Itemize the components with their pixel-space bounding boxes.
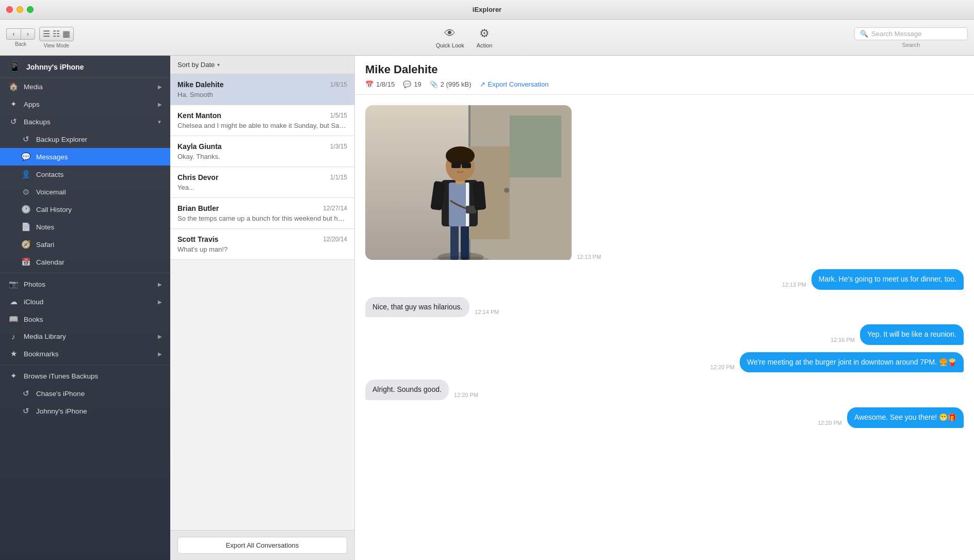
conv-header: Kent Manton 1/5/15 [177, 111, 347, 120]
conversation-item-scott-travis[interactable]: Scott Travis 12/20/14 What's up man!? [170, 229, 354, 260]
call-history-icon: 🕐 [21, 205, 31, 214]
sidebar-item-safari[interactable]: 🧭 Safari [0, 236, 170, 253]
icloud-chevron-icon: ▶ [158, 299, 162, 305]
quick-look-icon: 👁 [444, 27, 456, 40]
sidebar-item-media[interactable]: 🏠 Media ▶ [0, 78, 170, 95]
message-bubble-sent-4: Awesome. See you there! 😁🎁 [847, 407, 964, 428]
titlebar: iExplorer [0, 0, 974, 20]
apps-icon: ✦ [8, 100, 19, 109]
sidebar-item-notes[interactable]: 📄 Notes [0, 218, 170, 236]
books-icon: 📖 [8, 315, 19, 324]
toolbar: ‹ › Back ☰ ☷ ▦ View Mode 👁 Quick Look ⚙ … [0, 20, 974, 56]
svg-rect-19 [462, 163, 471, 168]
conv-date: 1/1/15 [330, 174, 347, 181]
sidebar-item-backup-explorer[interactable]: ↺ Backup Explorer [0, 130, 170, 148]
sidebar-divider-2 [0, 365, 170, 365]
message-time: 12:14 PM [475, 309, 499, 315]
toolbar-actions: 👁 Quick Look ⚙ Action [74, 27, 854, 48]
maximize-button[interactable] [27, 6, 34, 13]
sidebar-voicemail-label: Voicemail [36, 188, 162, 196]
conv-preview: Okay. Thanks. [177, 153, 347, 160]
sidebar-divider-1 [0, 273, 170, 273]
message-bubble-sent-1: Mark. He's going to meet us for dinner, … [811, 269, 964, 290]
photos-icon: 📷 [8, 279, 19, 289]
media-chevron-icon: ▶ [158, 84, 162, 90]
sidebar-icloud-label: iCloud [24, 298, 153, 306]
conv-header: Brian Butler 12/27/14 [177, 204, 347, 212]
message-time: 12:13 PM [782, 282, 806, 288]
sidebar-item-browse-itunes-backups[interactable]: ✦ Browse iTunes Backups [0, 367, 170, 385]
export-conv-icon: ↗ [480, 80, 485, 88]
svg-rect-11 [466, 183, 469, 226]
sidebar-messages-label: Messages [36, 153, 162, 161]
conversation-item-kayla-giunta[interactable]: Kayla Giunta 1/3/15 Okay. Thanks. [170, 136, 354, 167]
forward-button[interactable]: › [21, 28, 35, 40]
sidebar-item-photos[interactable]: 📷 Photos ▶ [0, 275, 170, 293]
media-library-icon: ♪ [8, 332, 19, 341]
detail-meta: 📅 1/8/15 💬 19 📎 2 (995 kB) ↗ Export Conv… [365, 80, 964, 88]
sidebar-backups-label: Backups [24, 118, 152, 126]
sidebar-item-books[interactable]: 📖 Books [0, 310, 170, 328]
sidebar: 📱 Johnny's iPhone 🏠 Media ▶ ✦ Apps ▶ ↺ B… [0, 56, 170, 560]
message-list-header: Sort by Date ▾ [170, 56, 354, 74]
sidebar-item-messages[interactable]: 💬 Messages [0, 148, 170, 166]
back-button[interactable]: ‹ [6, 28, 21, 40]
sidebar-item-johnnys-iphone-backup[interactable]: ↺ Johnny's iPhone [0, 402, 170, 420]
back-label: Back [15, 41, 26, 47]
attachment-icon: 📎 [430, 80, 438, 88]
sidebar-device[interactable]: 📱 Johnny's iPhone [0, 56, 170, 78]
sidebar-media-library-label: Media Library [24, 333, 153, 340]
message-time: 12:13 PM [577, 254, 601, 260]
quick-look-label: Quick Look [436, 42, 464, 48]
conv-date: 1/3/15 [330, 143, 347, 150]
conv-preview: Chelsea and I might be able to make it S… [177, 122, 347, 129]
conv-name: Scott Travis [177, 235, 218, 243]
sidebar-item-call-history[interactable]: 🕐 Call History [0, 201, 170, 218]
export-all-button[interactable]: Export All Conversations [177, 537, 347, 554]
conversation-item-chris-devor[interactable]: Chris Devor 1/1/15 Yea... [170, 167, 354, 198]
svg-point-17 [446, 146, 475, 165]
sidebar-johnnys-iphone-backup-label: Johnny's iPhone [36, 407, 162, 415]
backup-explorer-icon: ↺ [21, 135, 31, 144]
sidebar-item-chases-iphone[interactable]: ↺ Chase's iPhone [0, 385, 170, 402]
search-box[interactable]: 🔍 [854, 27, 968, 40]
conversation-item-brian-butler[interactable]: Brian Butler 12/27/14 So the temps came … [170, 198, 354, 229]
message-list-panel: Sort by Date ▾ Mike Dalehite 1/8/15 Ha. … [170, 56, 355, 560]
conversation-item-kent-manton[interactable]: Kent Manton 1/5/15 Chelsea and I might b… [170, 105, 354, 136]
sidebar-item-calendar[interactable]: 📅 Calendar [0, 253, 170, 271]
sidebar-item-media-library[interactable]: ♪ Media Library ▶ [0, 328, 170, 345]
message-bubble-received-1: Nice, that guy was hilarious. [365, 297, 469, 318]
sidebar-contacts-label: Contacts [36, 171, 162, 178]
search-input[interactable] [871, 30, 962, 38]
view-mode-label: View Mode [44, 43, 69, 48]
back-nav: ‹ › Back [6, 28, 35, 47]
device-name: Johnny's iPhone [26, 63, 84, 71]
action-button[interactable]: ⚙ Action [477, 27, 493, 48]
quick-look-action[interactable]: 👁 Quick Look [436, 27, 464, 48]
toolbar-nav-group: ‹ › Back ☰ ☷ ▦ View Mode [6, 27, 74, 48]
message-row-sent-1: 12:13 PM Mark. He's going to meet us for… [365, 269, 964, 290]
conversation-item-mike-dalehite[interactable]: Mike Dalehite 1/8/15 Ha. Smooth [170, 74, 354, 105]
sort-dropdown[interactable]: Sort by Date ▾ [177, 61, 220, 69]
sidebar-item-bookmarks[interactable]: ★ Bookmarks ▶ [0, 345, 170, 363]
sidebar-call-history-label: Call History [36, 206, 162, 213]
sidebar-item-contacts[interactable]: 👤 Contacts [0, 166, 170, 183]
sidebar-item-backups[interactable]: ↺ Backups ▼ [0, 113, 170, 130]
view-mode-button[interactable]: ☰ ☷ ▦ [39, 27, 74, 41]
sidebar-item-icloud[interactable]: ☁ iCloud ▶ [0, 293, 170, 310]
message-bubble-sent-3: We're meeting at the burger joint in dow… [740, 352, 964, 373]
close-button[interactable] [6, 6, 13, 13]
sidebar-item-apps[interactable]: ✦ Apps ▶ [0, 95, 170, 113]
device-icon: 📱 [8, 61, 21, 73]
minimize-button[interactable] [17, 6, 23, 13]
sidebar-item-voicemail[interactable]: ⊙ Voicemail [0, 183, 170, 201]
sidebar-media-label: Media [24, 83, 153, 91]
media-library-chevron-icon: ▶ [158, 334, 162, 339]
sidebar-apps-label: Apps [24, 101, 153, 108]
back-forward-buttons: ‹ › [6, 28, 35, 40]
sort-label: Sort by Date [177, 61, 215, 69]
sidebar-notes-label: Notes [36, 223, 162, 231]
message-bubble-received-2: Alright. Sounds good. [365, 380, 449, 400]
export-conversation-button[interactable]: ↗ Export Conversation [480, 80, 549, 88]
conv-header: Chris Devor 1/1/15 [177, 173, 347, 182]
